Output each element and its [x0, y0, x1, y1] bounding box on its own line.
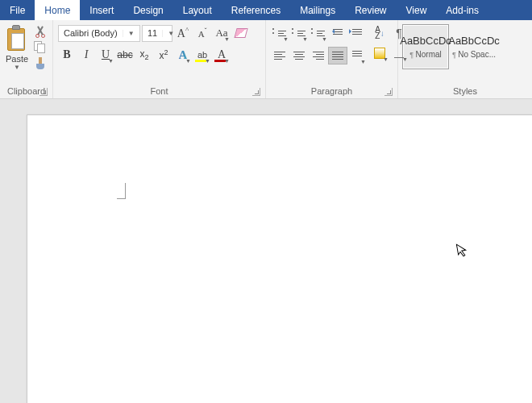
sort-button[interactable]: AZ↓: [370, 24, 389, 42]
text-effects-button[interactable]: A▼: [174, 46, 192, 64]
numbering-button[interactable]: ▼: [289, 24, 309, 42]
paste-dropdown[interactable]: ▼: [14, 64, 20, 71]
group-label-font: Font: [150, 86, 168, 96]
increase-indent-button[interactable]: [347, 24, 367, 42]
font-dialog-launcher[interactable]: [252, 88, 260, 96]
tab-mailings[interactable]: Mailings: [290, 0, 345, 20]
strikethrough-button[interactable]: abc: [116, 46, 134, 64]
paragraph-dialog-launcher[interactable]: [384, 88, 393, 96]
tab-review[interactable]: Review: [345, 0, 396, 20]
style-no-spacing[interactable]: AaBbCcDc No Spac...: [451, 24, 497, 69]
clear-formatting-button[interactable]: [232, 24, 250, 42]
cut-icon[interactable]: [34, 25, 47, 38]
tab-layout[interactable]: Layout: [173, 0, 222, 20]
paste-button[interactable]: Paste: [6, 54, 28, 64]
page[interactable]: [27, 114, 532, 403]
align-right-button[interactable]: [309, 47, 328, 64]
ribbon-tabs: File Home Insert Design Layout Reference…: [0, 0, 532, 20]
font-name-combo[interactable]: Calibri (Body)▼: [58, 25, 140, 42]
show-hide-button[interactable]: ¶: [389, 24, 409, 42]
bold-button[interactable]: B: [58, 46, 76, 64]
justify-button[interactable]: [328, 47, 347, 64]
tab-insert[interactable]: Insert: [80, 0, 123, 20]
clipboard-dialog-launcher[interactable]: [39, 88, 48, 96]
tab-view[interactable]: View: [397, 0, 437, 20]
document-area: [0, 99, 532, 403]
shrink-font-button[interactable]: Aˇ: [193, 24, 211, 42]
italic-button[interactable]: I: [77, 46, 95, 64]
text-cursor: [117, 183, 129, 199]
subscript-button[interactable]: x2: [135, 46, 153, 64]
superscript-button[interactable]: x2: [155, 46, 172, 64]
decrease-indent-button[interactable]: [328, 24, 347, 42]
multilevel-list-button[interactable]: ▼: [309, 24, 328, 42]
group-label-paragraph: Paragraph: [311, 86, 352, 96]
line-spacing-button[interactable]: ▼: [347, 47, 367, 64]
bullets-button[interactable]: ▼: [270, 24, 289, 42]
font-size-combo[interactable]: 11▼: [142, 25, 172, 42]
align-center-button[interactable]: [289, 47, 309, 64]
underline-button[interactable]: U▼: [97, 46, 114, 64]
format-painter-icon[interactable]: [34, 57, 47, 70]
font-color-button[interactable]: A▼: [213, 46, 231, 64]
tab-references[interactable]: References: [222, 0, 290, 20]
borders-button[interactable]: ▼: [389, 44, 409, 62]
tab-addins[interactable]: Add-ins: [436, 0, 488, 20]
align-left-button[interactable]: [270, 47, 289, 64]
copy-icon[interactable]: [34, 41, 47, 54]
grow-font-button[interactable]: A^: [174, 24, 192, 42]
change-case-button[interactable]: Aa▼: [213, 24, 231, 42]
ribbon: Paste ▼ Clipboard Calibri (Body)▼ 11▼ A^…: [0, 20, 532, 99]
shading-button[interactable]: ▼: [370, 44, 389, 62]
tab-home[interactable]: Home: [35, 0, 80, 20]
tab-design[interactable]: Design: [123, 0, 172, 20]
highlight-button[interactable]: ab▼: [193, 46, 211, 64]
tab-file[interactable]: File: [0, 0, 35, 20]
group-label-styles: Styles: [453, 86, 477, 96]
paste-icon[interactable]: [5, 25, 29, 52]
